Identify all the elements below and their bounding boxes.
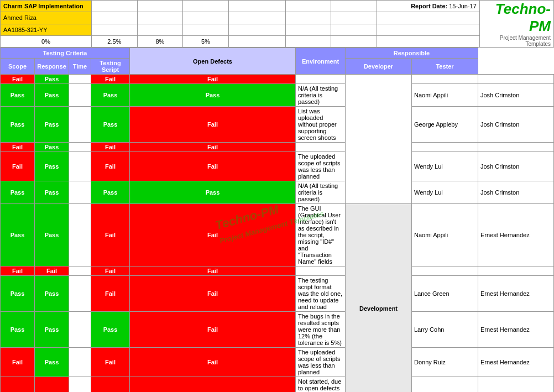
project-id: AA1085-321-YY — [1, 24, 92, 35]
empty-pct4 — [377, 35, 480, 47]
empty-top-4 — [228, 1, 285, 12]
logo-sub: Project Management Templates — [480, 35, 551, 47]
cell-scope: Pass — [1, 312, 35, 348]
cell-defects: Not started, due to open defects of the … — [296, 377, 346, 393]
empty-p7 — [377, 12, 480, 24]
empty-top-1 — [92, 1, 138, 12]
cell-developer: Lance Green — [412, 276, 478, 312]
cell-testing: Fail — [91, 266, 130, 276]
logo-cell: Techno-PM Project Management Templates — [479, 1, 553, 48]
cell-time — [69, 152, 91, 181]
cell-time — [69, 143, 91, 152]
cell-defects: The testing script format was the old on… — [296, 276, 346, 312]
cell-testing: Fail — [91, 377, 130, 393]
cell-time — [69, 107, 91, 143]
col-developer: Developer — [346, 59, 412, 75]
cell-tester: Ernest Hernandez — [478, 276, 554, 312]
cell-scope: Pass — [1, 107, 35, 143]
cell-testing: Fail — [91, 75, 130, 84]
cell-testing: Pass — [91, 312, 130, 348]
empty-p4 — [228, 12, 285, 24]
cell-testing: Pass — [91, 84, 130, 107]
cell-response: Pass — [35, 276, 69, 312]
report-date-cell: Report Date: 15-Jun-17 — [377, 1, 480, 12]
cell-bugs: Fail — [130, 107, 296, 143]
cell-time — [69, 377, 91, 393]
cell-bugs: Fail — [130, 377, 296, 393]
empty-i6 — [331, 24, 377, 35]
cell-scope: Fail — [1, 266, 35, 276]
cell-tester — [478, 266, 554, 276]
cell-bugs: Fail — [130, 143, 296, 152]
empty-p6 — [331, 12, 377, 24]
header-testing-criteria: Testing Criteria — [1, 48, 130, 59]
cell-env-development: Development — [346, 204, 412, 393]
cell-developer: Wendy Lui — [412, 181, 478, 204]
empty-i5 — [285, 24, 331, 35]
empty-i7 — [377, 24, 480, 35]
cell-bugs: Fail — [130, 276, 296, 312]
empty-top-3 — [183, 1, 229, 12]
cell-tester: Ernest Hernandez — [478, 348, 554, 377]
cell-scope: Fail — [1, 152, 35, 181]
cell-bugs: Fail — [130, 75, 296, 84]
cell-testing: Fail — [91, 152, 130, 181]
person-name: Ahmed Riza — [1, 12, 92, 24]
cell-response: Pass — [35, 152, 69, 181]
cell-developer — [412, 266, 478, 276]
cell-bugs: Pass — [130, 84, 296, 107]
cell-defects: The uploaded scope of scripts was less t… — [296, 152, 346, 181]
cell-bugs: Pass — [130, 181, 296, 204]
cell-defects: N/A (All testing criteria is passed) — [296, 84, 346, 107]
col-tester: Tester — [412, 59, 478, 75]
empty-i1 — [92, 24, 138, 35]
cell-bugs: Fail — [130, 312, 296, 348]
cell-scope: Pass — [1, 204, 35, 266]
cell-response: Pass — [35, 84, 69, 107]
cell-time — [69, 348, 91, 377]
report-date-label: Report Date: — [411, 3, 447, 9]
logo-main: Techno-PM — [480, 1, 551, 35]
empty-p5 — [285, 12, 331, 24]
cell-defects: The GUI (Graphical User Interface) isn't… — [296, 204, 346, 266]
cell-defects — [296, 75, 346, 84]
cell-developer: Larry Cohn — [412, 312, 478, 348]
cell-tester: Ernest Hernandez — [478, 312, 554, 348]
col-time: Time — [69, 59, 91, 75]
cell-scope: Fail — [1, 348, 35, 377]
cell-defects — [296, 143, 346, 152]
cell-testing: Fail — [91, 204, 130, 266]
cell-tester — [478, 143, 554, 152]
cell-response: Pass — [35, 181, 69, 204]
cell-response: Fail — [35, 377, 69, 393]
cell-testing: Pass — [91, 181, 130, 204]
cell-tester: Josh Crimston — [478, 152, 554, 181]
cell-testing: Fail — [91, 348, 130, 377]
empty-pct3 — [331, 35, 377, 47]
cell-bugs: Fail — [130, 152, 296, 181]
cell-defects: The uploaded scope of scripts was less t… — [296, 348, 346, 377]
cell-time — [69, 312, 91, 348]
header-open-defects: Open Defects — [130, 48, 296, 75]
empty-top-5 — [285, 1, 331, 12]
cell-developer: Leslie D'angelis — [412, 377, 478, 393]
report-date-value: 15-Jun-17 — [449, 3, 477, 9]
pct-1: 2.5% — [92, 35, 138, 47]
empty-i3 — [183, 24, 229, 35]
empty-top-6 — [331, 1, 377, 12]
cell-defects: N/A (All testing criteria is passed) — [296, 181, 346, 204]
cell-scope: Fail — [1, 143, 35, 152]
cell-scope: Pass — [1, 84, 35, 107]
cell-tester: Josh Crimston — [478, 107, 554, 143]
cell-testing: Fail — [91, 143, 130, 152]
empty-p2 — [137, 12, 183, 24]
cell-scope: Fail — [1, 75, 35, 84]
header-responsible: Responsible — [346, 48, 478, 59]
cell-response: Pass — [35, 348, 69, 377]
cell-tester: Ernest Hernandez — [478, 377, 554, 393]
cell-developer — [412, 75, 478, 84]
empty-pct1 — [228, 35, 285, 47]
cell-time — [69, 204, 91, 266]
cell-developer: Wendy Lui — [412, 152, 478, 181]
cell-response: Fail — [35, 266, 69, 276]
